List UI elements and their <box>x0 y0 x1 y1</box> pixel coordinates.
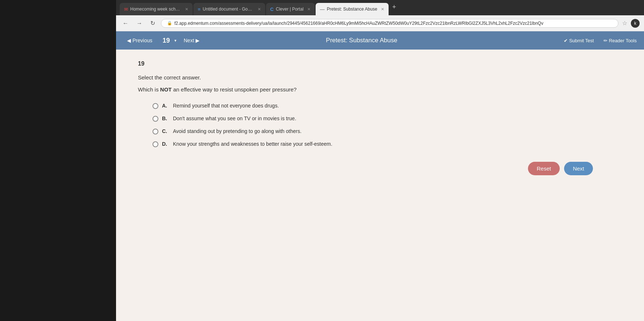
question-number: 19 <box>162 37 170 44</box>
option-d-letter: D. <box>162 141 169 147</box>
address-bar: ← → ↻ 🔒 f2.app.edmentum.com/assessments-… <box>116 15 644 31</box>
gdoc-icon: ≡ <box>198 7 201 12</box>
tab-bar: ✉ Homecoming week schedule ✕ ≡ Untitled … <box>116 0 644 15</box>
option-a-text: Remind yourself that not everyone does d… <box>173 103 622 109</box>
bookmark-star-icon[interactable]: ☆ <box>622 20 627 27</box>
main-content: 19 Select the correct answer. Which is N… <box>116 50 644 321</box>
option-c-letter: C. <box>162 128 169 134</box>
tab-pretest[interactable]: — Pretest: Substance Abuse ✕ <box>316 3 389 15</box>
options-list: A. Remind yourself that not everyone doe… <box>138 103 622 147</box>
submit-test-button[interactable]: ✔ Submit Test <box>564 38 594 43</box>
back-button[interactable]: ← <box>120 19 131 28</box>
forward-button[interactable]: → <box>134 19 144 28</box>
previous-label: Previous <box>132 38 152 43</box>
lock-icon: 🔒 <box>167 21 172 26</box>
tab-pretest-close[interactable]: ✕ <box>381 7 384 12</box>
next-toolbar-button[interactable]: Next ▶ <box>180 35 204 46</box>
gmail-icon: ✉ <box>124 7 128 12</box>
browser-window: ✉ Homecoming week schedule ✕ ≡ Untitled … <box>116 0 644 321</box>
address-input-container[interactable]: 🔒 f2.app.edmentum.com/assessments-delive… <box>161 19 618 28</box>
clever-icon: C <box>270 7 274 12</box>
test-toolbar: ◀ Previous 19 ▾ Next ▶ Pretest: Substanc… <box>116 31 644 50</box>
option-b[interactable]: B. Don't assume what you see on TV or in… <box>153 116 622 122</box>
next-button[interactable]: Next <box>564 162 593 175</box>
submit-icon: ✔ <box>564 38 568 43</box>
option-b-letter: B. <box>162 116 169 121</box>
question-text: Which is NOT an effective way to resist … <box>138 86 622 93</box>
left-sidebar <box>0 0 116 321</box>
next-toolbar-icon: ▶ <box>196 38 200 43</box>
option-a-letter: A. <box>162 103 169 109</box>
tab-gdoc-close[interactable]: ✕ <box>258 7 261 12</box>
test-title: Pretest: Substance Abuse <box>207 37 516 44</box>
option-c[interactable]: C. Avoid standing out by pretending to g… <box>153 128 622 134</box>
reader-tools-button[interactable]: ✏ Reader Tools <box>603 38 637 43</box>
option-a[interactable]: A. Remind yourself that not everyone doe… <box>153 103 622 109</box>
reset-button[interactable]: Reset <box>528 162 560 175</box>
tab-clever-close[interactable]: ✕ <box>307 7 311 12</box>
dropdown-arrow-icon: ▾ <box>174 38 177 43</box>
pretest-icon: — <box>320 7 325 12</box>
submit-label: Submit Test <box>569 38 594 43</box>
reload-button[interactable]: ↻ <box>148 18 157 28</box>
reader-tools-icon: ✏ <box>603 38 608 43</box>
tab-gmail-close[interactable]: ✕ <box>185 7 188 12</box>
tab-clever[interactable]: C Clever | Portal ✕ <box>266 3 315 15</box>
question-number-label: 19 <box>138 60 622 67</box>
question-number-dropdown[interactable]: 19 ▾ <box>159 37 176 44</box>
previous-icon: ◀ <box>127 38 131 43</box>
tab-gdoc[interactable]: ≡ Untitled document - Google D ✕ <box>193 3 265 15</box>
option-c-text: Avoid standing out by pretending to go a… <box>173 128 622 134</box>
option-d[interactable]: D. Know your strengths and weaknesses to… <box>153 141 622 147</box>
radio-a[interactable] <box>153 103 158 109</box>
option-b-text: Don't assume what you see on TV or in mo… <box>173 116 622 121</box>
radio-d[interactable] <box>153 141 158 147</box>
tab-gmail[interactable]: ✉ Homecoming week schedule ✕ <box>120 3 193 15</box>
tab-pretest-label: Pretest: Substance Abuse <box>327 7 377 12</box>
instruction-text: Select the correct answer. <box>138 74 622 81</box>
address-text: f2.app.edmentum.com/assessments-delivery… <box>174 21 543 26</box>
tab-clever-label: Clever | Portal <box>276 7 304 12</box>
profile-button[interactable]: k <box>631 19 640 28</box>
previous-button[interactable]: ◀ Previous <box>123 35 156 46</box>
next-toolbar-label: Next <box>184 38 194 43</box>
radio-b[interactable] <box>153 116 158 122</box>
radio-c[interactable] <box>153 129 158 134</box>
tab-gmail-label: Homecoming week schedule <box>130 7 181 12</box>
option-d-text: Know your strengths and weaknesses to be… <box>173 141 622 147</box>
tab-gdoc-label: Untitled document - Google D <box>203 7 254 12</box>
new-tab-button[interactable]: + <box>389 3 399 11</box>
action-buttons: Reset Next <box>138 162 622 175</box>
reader-tools-label: Reader Tools <box>609 38 637 43</box>
